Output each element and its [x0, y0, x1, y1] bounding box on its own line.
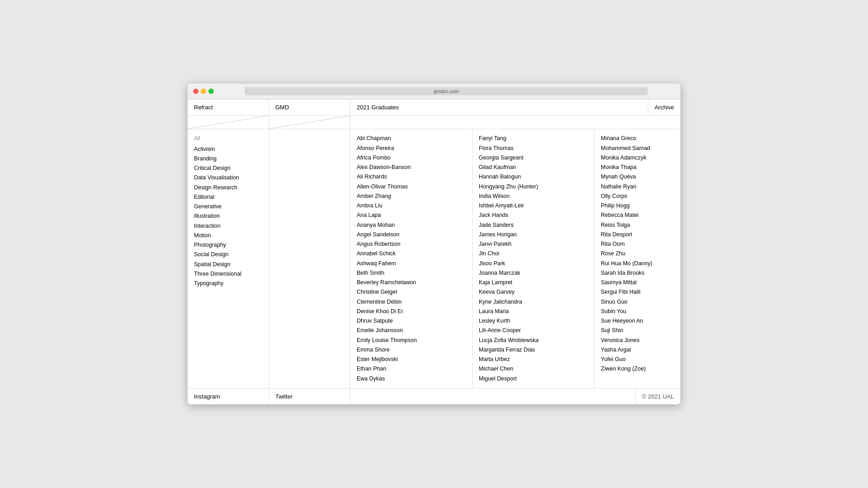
- name-kaja-lampret[interactable]: Kaja Lampret: [479, 278, 588, 287]
- name-joanna-marczak[interactable]: Joanna Marczak: [479, 268, 588, 278]
- name-afonso-pereira[interactable]: Afonso Pereira: [357, 144, 466, 153]
- name-emelie-johansson[interactable]: Emelie Johansson: [357, 326, 466, 335]
- name-sue-heeyeon-an[interactable]: Sue Heeyeon An: [601, 316, 680, 326]
- name-georgia-sargeant[interactable]: Georgia Sargeant: [479, 153, 588, 163]
- name-beverley-ramchelawon[interactable]: Beverley Ramchelawon: [357, 278, 466, 287]
- name-margarida-ferraz-dias[interactable]: Margarida Ferraz Dias: [479, 345, 588, 355]
- name-lili-anne-cooper[interactable]: Lili-Anne Cooper: [479, 326, 588, 335]
- name-angus-robertson[interactable]: Angus Robertson: [357, 239, 466, 249]
- category-social-design[interactable]: Social Design: [194, 250, 262, 259]
- maximize-button[interactable]: [208, 89, 214, 94]
- name-subin-you[interactable]: Subin You: [601, 307, 680, 316]
- name-veronica-jones[interactable]: Veronica Jones: [601, 336, 680, 345]
- name-dhruv-satpute[interactable]: Dhruv Satpute: [357, 316, 466, 326]
- name-allen-olivar-thomas[interactable]: Allen-Olivar Thomas: [357, 182, 466, 192]
- name-marta-urbez[interactable]: Marta Urbez: [479, 355, 588, 364]
- name-rita-oom[interactable]: Rita Oom: [601, 239, 680, 249]
- name-flora-thomas[interactable]: Flora Thomas: [479, 144, 588, 153]
- name-yasha-argal[interactable]: Yasha Argal: [601, 345, 680, 355]
- name-gilad-kaufman[interactable]: Gilad Kaufman: [479, 163, 588, 172]
- name-clementine-debin[interactable]: Clementine Debin: [357, 297, 466, 307]
- name-mynah-queva[interactable]: Mynah Quéva: [601, 172, 680, 182]
- name-reiss-tolga[interactable]: Reiss Tolga: [601, 221, 680, 230]
- name-miriana-greco[interactable]: Miriana Greco: [601, 134, 680, 143]
- name-africa-pombo[interactable]: Africa Pombo: [357, 153, 466, 163]
- name-rebecca-matei[interactable]: Rebecca Matei: [601, 211, 680, 220]
- name-jade-sanders[interactable]: Jade Sanders: [479, 221, 588, 230]
- category-typography[interactable]: Typography: [194, 279, 262, 288]
- category-all[interactable]: All: [194, 134, 262, 143]
- name-philip-hogg[interactable]: Philip Hogg: [601, 201, 680, 211]
- category-critical-design[interactable]: Critical Design: [194, 164, 262, 173]
- name-nathalie-ryan[interactable]: Nathalie Ryan: [601, 182, 680, 192]
- name-miguel-desport[interactable]: Miguel Desport: [479, 374, 588, 384]
- name-kyne-jalichandra[interactable]: Kyne Jalichandra: [479, 297, 588, 307]
- name-ethan-phan[interactable]: Ethan Phan: [357, 364, 466, 374]
- name-rita-desport[interactable]: Rita Desport: [601, 230, 680, 239]
- category-activism[interactable]: Activism: [194, 145, 262, 154]
- name-emily-louise-thompson[interactable]: Emily Louise Thompson: [357, 336, 466, 345]
- minimize-button[interactable]: [201, 89, 206, 94]
- name-ali-richards[interactable]: Ali Richards: [357, 172, 466, 182]
- category-data-vis[interactable]: Data Visualisation: [194, 173, 262, 183]
- name-ewa-dykas[interactable]: Ewa Dykas: [357, 374, 466, 384]
- name-ester-mejibovski[interactable]: Ester Mejibovski: [357, 355, 466, 364]
- category-three-dimensional[interactable]: Three Dimensional: [194, 269, 262, 279]
- name-hannah-balogun[interactable]: Hannah Balogun: [479, 172, 588, 182]
- name-india-wilson[interactable]: India Wilson: [479, 192, 588, 201]
- gmd-link[interactable]: GMD: [269, 99, 350, 115]
- twitter-link[interactable]: Twitter: [269, 389, 350, 404]
- name-jack-hands[interactable]: Jack Hands: [479, 211, 588, 220]
- name-lucja-zofia-wroblewska[interactable]: Lucja Zofia Wroblewska: [479, 336, 588, 345]
- name-janvi-parekh[interactable]: Janvi Parekh: [479, 239, 588, 249]
- name-rose-zhu[interactable]: Rose Zhu: [601, 249, 680, 258]
- name-sergui-fibi-halil[interactable]: Sergui Fibi Halil: [601, 287, 680, 297]
- category-design-research[interactable]: Design Research: [194, 183, 262, 192]
- name-monika-adamczyk[interactable]: Monika Adamczyk: [601, 153, 680, 163]
- category-illustration[interactable]: Illustration: [194, 211, 262, 221]
- name-saumya-mittal[interactable]: Saumya Mittal: [601, 278, 680, 287]
- name-ana-lapa[interactable]: Ana Lapa: [357, 211, 466, 220]
- name-sarah-ida-brooks[interactable]: Sarah Ida Brooks: [601, 268, 680, 278]
- name-annabel-schick[interactable]: Annabel Schick: [357, 249, 466, 258]
- category-branding[interactable]: Branding: [194, 154, 262, 164]
- name-christine-geiger[interactable]: Christine Geiger: [357, 287, 466, 297]
- name-olly-corps[interactable]: Olly Corps: [601, 192, 680, 201]
- name-sinuo-guo[interactable]: Sinuo Guo: [601, 297, 680, 307]
- name-yufei-guo[interactable]: Yufei Guo: [601, 355, 680, 364]
- name-jin-choi[interactable]: Jin Choi: [479, 249, 588, 258]
- name-suji-shin[interactable]: Suji Shin: [601, 326, 680, 335]
- archive-link[interactable]: Archive: [648, 99, 680, 115]
- refract-link[interactable]: Refract: [188, 99, 269, 115]
- url-bar[interactable]: gmdcc.com: [245, 87, 648, 95]
- name-laura-maria[interactable]: Laura Maria: [479, 307, 588, 316]
- name-michael-chen[interactable]: Michael Chen: [479, 364, 588, 374]
- category-interaction[interactable]: Interaction: [194, 221, 262, 231]
- name-mohammed-samad[interactable]: Mohammed Samad: [601, 144, 680, 153]
- name-lesley-kurth[interactable]: Lesley Kurth: [479, 316, 588, 326]
- category-motion[interactable]: Motion: [194, 231, 262, 240]
- category-spatial-design[interactable]: Spatial Design: [194, 260, 262, 269]
- name-james-horigan[interactable]: James Horigan: [479, 230, 588, 239]
- name-ziwen-kong[interactable]: Ziwen Kong (Zoe): [601, 364, 680, 374]
- name-ishbel-amyatt-leir[interactable]: Ishbel Amyatt-Leir: [479, 201, 588, 211]
- name-ashwaq-fahem[interactable]: Ashwaq Fahem: [357, 259, 466, 268]
- name-ananya-mohan[interactable]: Ananya Mohan: [357, 221, 466, 230]
- name-amber-zhang[interactable]: Amber Zhang: [357, 192, 466, 201]
- name-emma-shore[interactable]: Emma Shore: [357, 345, 466, 355]
- name-alex-dawson-banson[interactable]: Alex Dawson-Banson: [357, 163, 466, 172]
- category-generative[interactable]: Generative: [194, 202, 262, 211]
- name-keeva-garvey[interactable]: Keeva Garvey: [479, 287, 588, 297]
- category-photography[interactable]: Photography: [194, 240, 262, 250]
- name-ambra-liu[interactable]: Ambra Liu: [357, 201, 466, 211]
- name-jisoo-park[interactable]: Jisoo Park: [479, 259, 588, 268]
- category-editorial[interactable]: Editorial: [194, 192, 262, 202]
- name-beth-smith[interactable]: Beth Smith: [357, 268, 466, 278]
- instagram-link[interactable]: Instagram: [188, 389, 269, 404]
- close-button[interactable]: [193, 89, 198, 94]
- name-monika-thapa[interactable]: Monika Thapa: [601, 163, 680, 172]
- name-fanyi-tang[interactable]: Fanyi Tang: [479, 134, 588, 143]
- name-abi-chapman[interactable]: Abi Chapman: [357, 134, 466, 143]
- name-hongyang-zhu[interactable]: Hongyang Zhu (Hunter): [479, 182, 588, 192]
- name-rui-hua-mo[interactable]: Rui Hua Mo (Danny): [601, 259, 680, 268]
